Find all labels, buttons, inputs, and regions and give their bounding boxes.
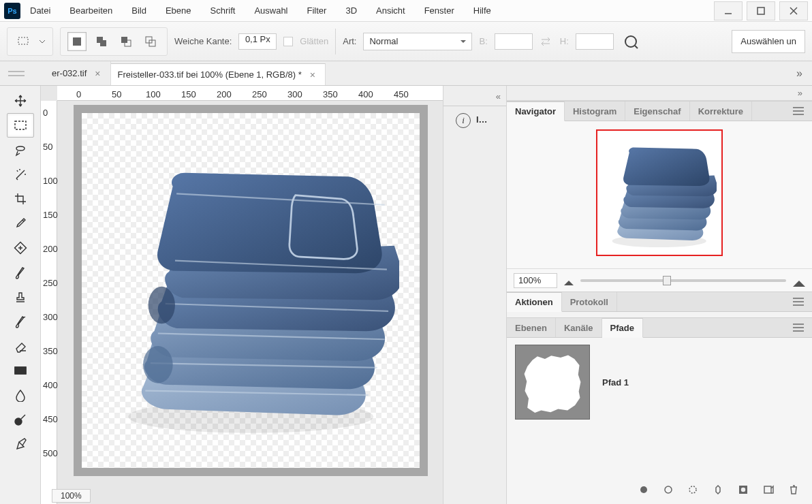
minimize-button[interactable] bbox=[714, 1, 743, 20]
close-tab-icon[interactable]: × bbox=[92, 68, 103, 79]
tab-korrekturen[interactable]: Korrekture bbox=[690, 101, 752, 121]
move-tool[interactable] bbox=[7, 89, 34, 113]
healing-tool[interactable] bbox=[7, 236, 34, 260]
menu-auswahl[interactable]: Auswahl bbox=[245, 0, 297, 22]
collapsed-panel-strip: « i I… bbox=[443, 86, 507, 504]
jeans-image bbox=[102, 134, 399, 446]
stamp-tool[interactable] bbox=[7, 285, 34, 309]
stroke-path-icon[interactable] bbox=[663, 485, 673, 494]
tab-pfade[interactable]: Pfade bbox=[602, 318, 643, 338]
crop-tool[interactable] bbox=[7, 187, 34, 211]
add-selection-icon[interactable] bbox=[92, 32, 111, 51]
style-label: Art: bbox=[343, 36, 356, 46]
dodge-tool[interactable] bbox=[7, 407, 34, 432]
fill-path-icon[interactable] bbox=[639, 485, 649, 494]
height-input[interactable] bbox=[576, 33, 614, 50]
zoom-slider-thumb[interactable] bbox=[663, 276, 671, 285]
menu-3d[interactable]: 3D bbox=[336, 0, 366, 22]
tab-aktionen[interactable]: Aktionen bbox=[507, 292, 562, 312]
svg-rect-7 bbox=[100, 40, 106, 46]
menu-ebene[interactable]: Ebene bbox=[156, 0, 201, 22]
close-button[interactable] bbox=[779, 1, 808, 20]
menu-filter[interactable]: Filter bbox=[298, 0, 337, 22]
path-to-selection-icon[interactable] bbox=[688, 485, 698, 494]
history-brush-tool[interactable] bbox=[7, 309, 34, 334]
lasso-tool[interactable] bbox=[7, 138, 34, 162]
eraser-tool[interactable] bbox=[7, 334, 34, 358]
menu-ansicht[interactable]: Ansicht bbox=[366, 0, 415, 22]
close-tab-icon[interactable]: × bbox=[307, 69, 318, 80]
magic-wand-tool[interactable] bbox=[7, 162, 34, 187]
zoom-display[interactable]: 100% bbox=[52, 489, 91, 503]
intersect-selection-icon[interactable] bbox=[141, 32, 160, 51]
menu-datei[interactable]: Datei bbox=[20, 0, 60, 22]
tab-navigator[interactable]: Navigator bbox=[507, 101, 565, 121]
gradient-tool[interactable] bbox=[7, 358, 34, 383]
svg-point-18 bbox=[15, 418, 22, 425]
width-input[interactable] bbox=[495, 33, 533, 50]
zoom-in-icon[interactable] bbox=[793, 274, 805, 287]
height-label: H: bbox=[560, 36, 569, 46]
blur-tool[interactable] bbox=[7, 383, 34, 407]
panel-menu-icon[interactable] bbox=[785, 101, 812, 121]
layers-panel-tabs: Ebenen Kanäle Pfade bbox=[507, 317, 812, 338]
eyedropper-tool[interactable] bbox=[7, 211, 34, 236]
collapse-left-icon[interactable]: « bbox=[443, 87, 506, 106]
info-icon[interactable]: i bbox=[456, 113, 471, 128]
menu-hilfe[interactable]: Hilfe bbox=[464, 0, 501, 22]
chevron-down-icon[interactable] bbox=[39, 38, 46, 45]
select-mask-button[interactable]: Auswählen un bbox=[732, 30, 805, 53]
selection-mode-icon[interactable] bbox=[14, 32, 33, 51]
path-name: Pfad 1 bbox=[602, 377, 629, 388]
refine-edge-icon[interactable] bbox=[623, 34, 638, 49]
menu-schrift[interactable]: Schrift bbox=[201, 0, 245, 22]
menu-fenster[interactable]: Fenster bbox=[415, 0, 464, 22]
path-thumbnail bbox=[515, 345, 590, 420]
brush-tool[interactable] bbox=[7, 260, 34, 285]
maximize-button[interactable] bbox=[747, 1, 775, 20]
tab-grip-icon bbox=[8, 68, 35, 78]
menu-bearbeiten[interactable]: Bearbeiten bbox=[60, 0, 122, 22]
pen-tool[interactable] bbox=[7, 432, 34, 456]
svg-rect-4 bbox=[18, 37, 28, 44]
feather-input[interactable]: 0,1 Px bbox=[238, 33, 277, 50]
navigator-zoom-field[interactable]: 100% bbox=[514, 273, 557, 288]
doc-tab-032[interactable]: er-032.tif × bbox=[45, 61, 111, 85]
tab-protokoll[interactable]: Protokoll bbox=[562, 292, 617, 311]
svg-rect-16 bbox=[15, 367, 26, 374]
doc-tab-label: er-032.tif bbox=[52, 68, 87, 78]
panel-menu-icon[interactable] bbox=[785, 318, 812, 337]
swap-icon[interactable] bbox=[540, 36, 553, 47]
tab-kanaele[interactable]: Kanäle bbox=[556, 318, 602, 337]
tab-eigenschaften[interactable]: Eigenschaf bbox=[625, 101, 689, 121]
marquee-tool[interactable] bbox=[7, 113, 34, 138]
path-item[interactable]: Pfad 1 bbox=[515, 345, 804, 420]
zoom-slider[interactable] bbox=[580, 279, 786, 282]
antialias-check[interactable] bbox=[283, 37, 293, 46]
canvas[interactable] bbox=[82, 113, 420, 468]
add-mask-icon[interactable] bbox=[738, 485, 748, 494]
svg-point-12 bbox=[625, 36, 636, 47]
collapse-right-icon[interactable]: » bbox=[507, 86, 812, 101]
menu-bild[interactable]: Bild bbox=[122, 0, 156, 22]
antialias-label: Glätten bbox=[300, 36, 328, 46]
style-select[interactable]: Normal bbox=[363, 33, 472, 50]
delete-path-icon[interactable] bbox=[789, 484, 798, 495]
workspace: 050 100150 200250 300350 400450 050 1001… bbox=[0, 86, 812, 504]
make-workpath-icon[interactable] bbox=[713, 484, 723, 495]
tab-ebenen[interactable]: Ebenen bbox=[507, 318, 556, 337]
panel-menu-icon[interactable] bbox=[785, 292, 812, 311]
artboard bbox=[74, 105, 428, 476]
navigator-preview[interactable] bbox=[596, 129, 723, 256]
doc-tab-033[interactable]: Freisteller-033.tif bei 100% (Ebene 1, R… bbox=[111, 63, 326, 85]
subtract-selection-icon[interactable] bbox=[116, 32, 136, 51]
tab-histogram[interactable]: Histogram bbox=[565, 101, 625, 121]
paths-panel: Pfad 1 bbox=[507, 338, 812, 504]
navigator-zoom-control: 100% bbox=[507, 268, 812, 292]
tab-overflow-icon[interactable]: » bbox=[787, 61, 812, 85]
new-selection-icon[interactable] bbox=[67, 32, 87, 51]
svg-point-21 bbox=[143, 346, 173, 383]
canvas-area[interactable]: 050 100150 200250 300350 400450 050 1001… bbox=[41, 86, 443, 504]
new-path-icon[interactable] bbox=[763, 485, 774, 494]
zoom-out-icon[interactable] bbox=[564, 276, 574, 285]
